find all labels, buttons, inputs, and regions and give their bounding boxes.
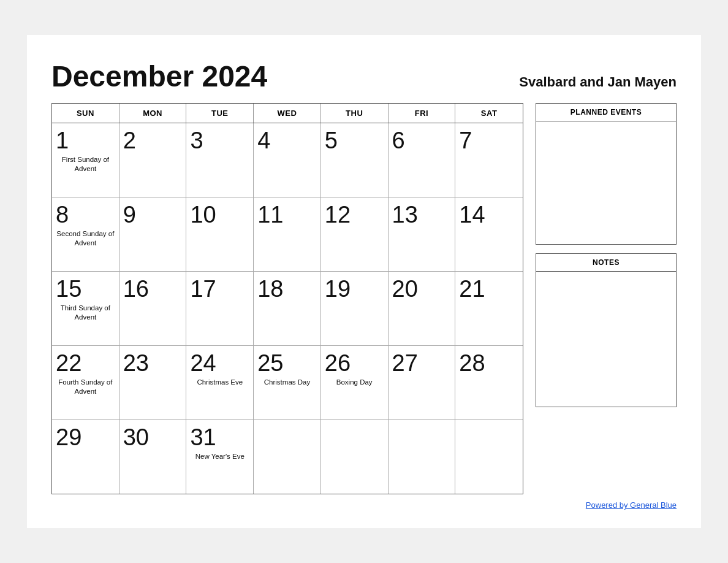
page: December 2024 Svalbard and Jan Mayen SUN…: [27, 35, 701, 528]
day-number: 21: [459, 277, 519, 302]
planned-events-box: PLANNED EVENTS: [536, 103, 677, 245]
calendar-day-header: FRI: [389, 104, 456, 123]
day-number: 15: [56, 277, 115, 302]
day-number: 5: [325, 128, 384, 154]
calendar-body: 1First Sunday of Advent2345678Second Sun…: [52, 123, 523, 494]
calendar-row: 8Second Sunday of Advent91011121314: [52, 197, 523, 272]
notes-box: NOTES: [536, 253, 677, 407]
calendar-cell: 20: [389, 272, 456, 345]
calendar-row: 1First Sunday of Advent234567: [52, 123, 523, 197]
planned-events-body: [536, 121, 676, 244]
calendar-cell: 31New Year's Eve: [186, 420, 254, 494]
calendar-cell: [389, 420, 456, 494]
calendar-cell: 24Christmas Eve: [186, 346, 254, 419]
day-number: 22: [56, 351, 115, 377]
calendar-header-row: SUNMONTUEWEDTHUFRISAT: [52, 104, 523, 123]
day-number: 13: [392, 202, 452, 228]
day-number: 8: [56, 202, 115, 228]
planned-events-header: PLANNED EVENTS: [536, 104, 676, 121]
calendar-cell: 8Second Sunday of Advent: [52, 197, 119, 271]
day-number: 4: [257, 128, 317, 154]
calendar-row: 22Fourth Sunday of Advent2324Christmas E…: [52, 346, 523, 420]
day-number: 1: [56, 128, 115, 154]
calendar: SUNMONTUEWEDTHUFRISAT 1First Sunday of A…: [51, 103, 523, 494]
calendar-cell: 5: [321, 123, 389, 197]
day-number: 24: [190, 351, 249, 377]
calendar-cell: 17: [186, 272, 254, 345]
day-number: 7: [459, 128, 519, 154]
day-number: 6: [392, 128, 452, 154]
calendar-cell: 18: [254, 272, 321, 345]
calendar-row: 15Third Sunday of Advent161718192021: [52, 272, 523, 346]
day-number: 2: [123, 128, 183, 154]
calendar-day-header: THU: [321, 104, 389, 123]
day-number: 14: [459, 202, 519, 228]
calendar-cell: 9: [119, 197, 187, 271]
calendar-day-header: SAT: [455, 104, 523, 123]
day-event: Boxing Day: [325, 378, 384, 387]
calendar-day-header: WED: [254, 104, 321, 123]
calendar-cell: 7: [455, 123, 523, 197]
calendar-cell: 21: [455, 272, 523, 345]
calendar-cell: 13: [389, 197, 456, 271]
calendar-row: 293031New Year's Eve: [52, 420, 523, 494]
calendar-cell: [254, 420, 321, 494]
page-region: Svalbard and Jan Mayen: [519, 74, 677, 90]
day-number: 16: [123, 277, 183, 302]
calendar-cell: [321, 420, 389, 494]
day-number: 30: [123, 425, 183, 451]
calendar-cell: 4: [254, 123, 321, 197]
notes-body: [536, 272, 676, 407]
calendar-day-header: TUE: [186, 104, 254, 123]
calendar-cell: [455, 420, 523, 494]
day-number: 25: [257, 351, 317, 377]
day-event: New Year's Eve: [190, 452, 249, 461]
day-event: First Sunday of Advent: [56, 155, 115, 174]
calendar-cell: 3: [186, 123, 254, 197]
powered-footer: Powered by General Blue: [51, 500, 677, 510]
calendar-cell: 28: [455, 346, 523, 419]
day-number: 23: [123, 351, 183, 377]
day-number: 28: [459, 351, 519, 377]
calendar-cell: 1First Sunday of Advent: [52, 123, 119, 197]
calendar-cell: 2: [119, 123, 187, 197]
calendar-cell: 6: [389, 123, 456, 197]
calendar-cell: 27: [389, 346, 456, 419]
day-number: 10: [190, 202, 249, 228]
day-number: 11: [257, 202, 317, 228]
calendar-cell: 30: [119, 420, 187, 494]
calendar-cell: 11: [254, 197, 321, 271]
day-number: 9: [123, 202, 183, 228]
powered-link[interactable]: Powered by General Blue: [586, 500, 677, 510]
day-event: Third Sunday of Advent: [56, 304, 115, 322]
day-event: Second Sunday of Advent: [56, 229, 115, 248]
calendar-cell: 12: [321, 197, 389, 271]
calendar-day-header: MON: [119, 104, 187, 123]
calendar-cell: 26Boxing Day: [321, 346, 389, 419]
day-number: 17: [190, 277, 249, 302]
calendar-cell: 19: [321, 272, 389, 345]
calendar-cell: 22Fourth Sunday of Advent: [52, 346, 119, 419]
day-event: Fourth Sunday of Advent: [56, 378, 115, 396]
day-number: 12: [325, 202, 384, 228]
page-header: December 2024 Svalbard and Jan Mayen: [51, 59, 677, 93]
day-number: 29: [56, 425, 115, 451]
sidebar: PLANNED EVENTS NOTES: [536, 103, 677, 416]
calendar-cell: 29: [52, 420, 119, 494]
day-event: Christmas Day: [257, 378, 317, 387]
day-number: 27: [392, 351, 452, 377]
day-number: 18: [257, 277, 317, 302]
day-number: 31: [190, 425, 249, 451]
page-title: December 2024: [51, 59, 267, 93]
day-number: 26: [325, 351, 384, 377]
calendar-cell: 16: [119, 272, 187, 345]
calendar-cell: 10: [186, 197, 254, 271]
calendar-day-header: SUN: [52, 104, 119, 123]
calendar-cell: 14: [455, 197, 523, 271]
calendar-cell: 15Third Sunday of Advent: [52, 272, 119, 345]
day-number: 19: [325, 277, 384, 302]
notes-header: NOTES: [536, 254, 676, 272]
calendar-cell: 25Christmas Day: [254, 346, 321, 419]
day-number: 3: [190, 128, 249, 154]
day-number: 20: [392, 277, 452, 302]
